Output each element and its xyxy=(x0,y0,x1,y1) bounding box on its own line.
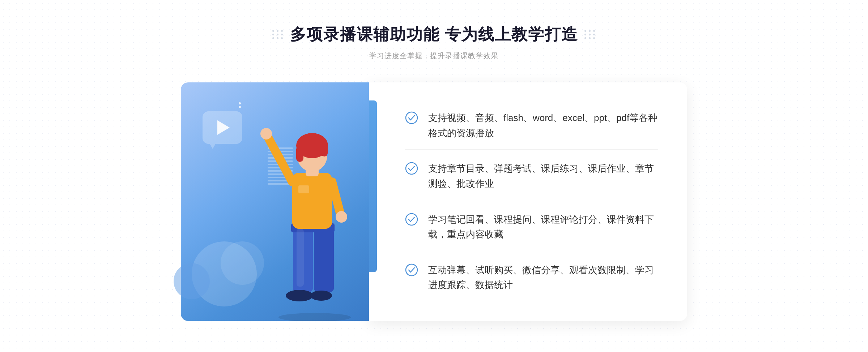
svg-point-19 xyxy=(406,163,417,174)
feature-item-2: 支持章节目录、弹题考试、课后练习、课后作业、章节测验、批改作业 xyxy=(405,153,658,200)
page-container: 多项录播课辅助功能 专为线上教学打造 学习进度全掌握，提升录 xyxy=(0,0,868,352)
svg-rect-17 xyxy=(297,229,304,287)
dot xyxy=(589,30,591,32)
check-icon-1 xyxy=(405,111,418,124)
dot xyxy=(277,34,278,35)
dot xyxy=(281,34,283,35)
left-decorative-dots xyxy=(272,30,284,39)
sparkle-decoration xyxy=(239,102,241,108)
dot xyxy=(281,37,283,39)
feature-item-1: 支持视频、音频、flash、word、excel、ppt、pdf等各种格式的资源… xyxy=(405,102,658,150)
illustration-panel xyxy=(181,82,369,321)
dot xyxy=(584,30,586,32)
sparkle-dot xyxy=(239,102,241,104)
dot xyxy=(584,34,586,35)
feature-item-4: 互动弹幕、试听购买、微信分享、观看次数限制、学习进度跟踪、数据统计 xyxy=(405,254,658,301)
main-title: 多项录播课辅助功能 专为线上教学打造 xyxy=(290,24,578,45)
dot xyxy=(593,30,595,32)
feature-text-3: 学习笔记回看、课程提问、课程评论打分、课件资料下载，重点内容收藏 xyxy=(428,212,658,242)
svg-rect-10 xyxy=(296,146,303,162)
svg-point-4 xyxy=(286,290,313,301)
header-section: 多项录播课辅助功能 专为线上教学打造 学习进度全掌握，提升录 xyxy=(272,24,596,61)
circle-medium xyxy=(221,241,264,285)
dot xyxy=(593,37,595,39)
bottom-circle-decoration xyxy=(174,263,210,299)
svg-point-13 xyxy=(260,128,272,139)
feature-text-4: 互动弹幕、试听购买、微信分享、观看次数限制、学习进度跟踪、数据统计 xyxy=(428,263,658,293)
play-bubble xyxy=(203,111,242,144)
svg-rect-2 xyxy=(314,227,334,292)
subtitle: 学习进度全掌握，提升录播课教学效果 xyxy=(369,51,498,61)
sparkle-dot xyxy=(239,106,241,108)
right-decorative-dots xyxy=(584,30,596,39)
content-wrapper: 多项录播课辅助功能 专为线上教学打造 学习进度全掌握，提升录 xyxy=(0,24,868,321)
check-icon-2 xyxy=(405,162,418,175)
svg-line-14 xyxy=(332,182,340,213)
feature-text-2: 支持章节目录、弹题考试、课后练习、课后作业、章节测验、批改作业 xyxy=(428,161,658,191)
check-icon-3 xyxy=(405,213,418,226)
title-row: 多项录播课辅助功能 专为线上教学打造 xyxy=(272,24,596,45)
dot xyxy=(277,30,278,32)
main-content: » xyxy=(181,82,687,321)
svg-rect-16 xyxy=(298,185,309,193)
dot xyxy=(272,34,274,35)
dot xyxy=(272,30,274,32)
svg-point-21 xyxy=(406,264,417,276)
blue-bar-decoration xyxy=(369,100,377,272)
dot xyxy=(277,37,278,39)
svg-point-5 xyxy=(310,291,332,301)
svg-rect-11 xyxy=(321,144,328,156)
dot xyxy=(272,37,274,39)
svg-point-15 xyxy=(336,211,347,223)
person-illustration xyxy=(260,126,362,321)
check-icon-4 xyxy=(405,263,418,276)
svg-rect-6 xyxy=(292,173,332,229)
dot xyxy=(584,37,586,39)
play-icon xyxy=(217,120,230,135)
dot xyxy=(589,37,591,39)
feature-text-1: 支持视频、音频、flash、word、excel、ppt、pdf等各种格式的资源… xyxy=(428,111,658,141)
svg-point-20 xyxy=(406,214,417,225)
dot xyxy=(593,34,595,35)
svg-point-18 xyxy=(406,112,417,124)
svg-line-12 xyxy=(268,137,292,182)
features-panel: 支持视频、音频、flash、word、excel、ppt、pdf等各种格式的资源… xyxy=(369,82,687,321)
dot xyxy=(589,34,591,35)
feature-item-3: 学习笔记回看、课程提问、课程评论打分、课件资料下载，重点内容收藏 xyxy=(405,203,658,251)
dot xyxy=(281,30,283,32)
svg-point-0 xyxy=(278,313,351,321)
